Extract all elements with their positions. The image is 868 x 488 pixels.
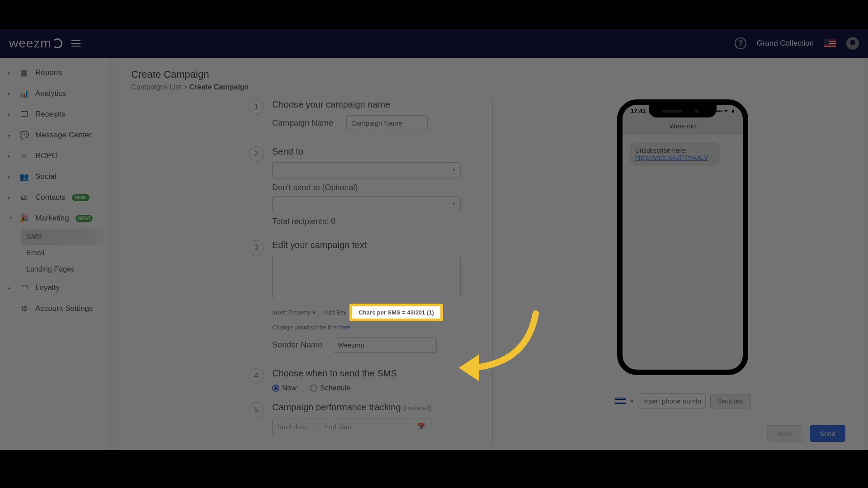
phone-preview: 17:41 ••• ᯤ ▮ Weezmo Unsubscribe here: h… — [617, 99, 748, 375]
sms-bubble: Unsubscribe here: https://wee.ai/u/P7mAA… — [630, 142, 720, 166]
step-1-number: 1 — [249, 99, 264, 115]
step-4-title: Choose when to send the SMS — [272, 368, 461, 379]
change-unsubscribe-link[interactable]: here — [339, 324, 350, 331]
radio-now[interactable]: Now — [272, 384, 297, 392]
sidebar-item-ropo[interactable]: ▸∞ROPO — [0, 145, 108, 166]
test-phone-input[interactable] — [638, 393, 706, 409]
avatar-icon[interactable] — [846, 37, 859, 50]
breadcrumb: Campaigns List > Create Campaign — [131, 83, 845, 91]
campaign-name-label: Campaign Name — [272, 118, 340, 128]
sidebar-item-message-center[interactable]: ▸💬Message Center — [0, 125, 108, 145]
message-icon: 💬 — [19, 130, 29, 140]
ropo-icon: ∞ — [19, 151, 29, 161]
reports-icon: ▦ — [19, 68, 29, 78]
dont-send-label: Don't send to (Optional) — [272, 183, 461, 192]
step-1-title: Choose your campaign name — [272, 99, 461, 110]
sidebar-item-receipts[interactable]: ▸🗔Receipts — [0, 104, 108, 125]
total-recipients: Total recipients: 0 — [272, 217, 461, 226]
sidebar-item-marketing[interactable]: ▾🎉MarketingNEW! — [0, 208, 108, 229]
sender-name-label: Sender Name — [272, 340, 326, 350]
step-5-title: Campaign performance tracking (optional) — [272, 402, 461, 413]
sender-name-input[interactable] — [333, 337, 437, 353]
radio-schedule[interactable]: Schedule — [310, 384, 350, 392]
change-unsubscribe-line: Change unsubscribe line here — [272, 324, 461, 331]
phone-country-chevron[interactable]: ▾ — [631, 398, 633, 404]
contacts-icon: 🗂 — [19, 192, 29, 202]
receipts-icon: 🗔 — [19, 109, 29, 119]
step-4-number: 4 — [249, 368, 264, 384]
marketing-icon: 🎉 — [19, 213, 29, 223]
phone-country-flag[interactable] — [614, 397, 626, 405]
save-button[interactable]: Save — [767, 425, 803, 442]
help-icon[interactable]: ? — [735, 38, 746, 49]
analytics-icon: 📊 — [19, 89, 29, 99]
phone-time: 17:41 — [631, 108, 646, 114]
sidebar-item-contacts[interactable]: ▸🗂ContactsNEW! — [0, 187, 108, 208]
topbar: weezm ? Grand Collection — [0, 29, 868, 58]
account-name[interactable]: Grand Collection — [756, 39, 814, 48]
page-title: Create Campaign — [131, 69, 845, 80]
menu-icon[interactable] — [71, 40, 80, 47]
sidebar-sub-landing[interactable]: Landing Pages — [21, 261, 108, 277]
step-3-number: 3 — [249, 240, 264, 255]
insert-property-button[interactable]: Insert Property ▾ — [272, 309, 316, 316]
send-button[interactable]: Send — [810, 425, 845, 442]
step-2-title: Send to — [272, 146, 461, 157]
breadcrumb-current: Create Campaign — [189, 83, 249, 91]
calendar-icon: 📅 — [417, 422, 425, 431]
sidebar-item-loyalty[interactable]: ▸🏷Loyalty — [0, 277, 108, 298]
send-to-select[interactable] — [272, 162, 461, 178]
sidebar-sub-email[interactable]: Email — [21, 245, 108, 261]
chars-per-sms: Chars per SMS = 43/201 (1) — [349, 304, 443, 321]
sidebar-item-reports[interactable]: ▸▦Reports — [0, 62, 108, 83]
dont-send-select[interactable] — [272, 196, 461, 212]
new-badge: NEW! — [75, 215, 93, 222]
step-2-number: 2 — [249, 146, 264, 162]
sidebar: ▸▦Reports ▸📊Analytics ▸🗔Receipts ▸💬Messa… — [0, 58, 108, 450]
settings-icon: ⚙ — [19, 304, 29, 314]
breadcrumb-list[interactable]: Campaigns List — [131, 83, 181, 91]
campaign-text-input[interactable] — [272, 256, 461, 298]
logo: weezm — [9, 36, 63, 51]
sms-link: https://wee.ai/u/P7mAALV — [635, 154, 708, 161]
sidebar-item-analytics[interactable]: ▸📊Analytics — [0, 83, 108, 104]
sidebar-item-social[interactable]: ▸👥Social — [0, 166, 108, 187]
new-badge: NEW! — [72, 194, 90, 201]
main-panel: Create Campaign Campaigns List > Create … — [113, 58, 863, 450]
sidebar-sub-sms[interactable]: SMS — [21, 229, 105, 245]
phone-status-icons: ••• ᯤ ▮ — [716, 108, 735, 114]
step-5-number: 5 — [249, 402, 264, 418]
campaign-name-input[interactable] — [346, 115, 428, 131]
date-range-input[interactable]: Start date→End date📅 — [272, 418, 430, 435]
add-emoji-button[interactable]: Add Emoji — [324, 309, 346, 316]
send-test-button[interactable]: Send test — [710, 394, 750, 408]
loyalty-icon: 🏷 — [19, 283, 29, 293]
step-3-title: Edit your campaign text — [272, 240, 461, 250]
social-icon: 👥 — [19, 172, 29, 182]
phone-notch — [649, 105, 717, 117]
sidebar-item-settings[interactable]: ▸⚙Account Settings — [0, 298, 108, 319]
flag-icon[interactable] — [824, 39, 836, 47]
